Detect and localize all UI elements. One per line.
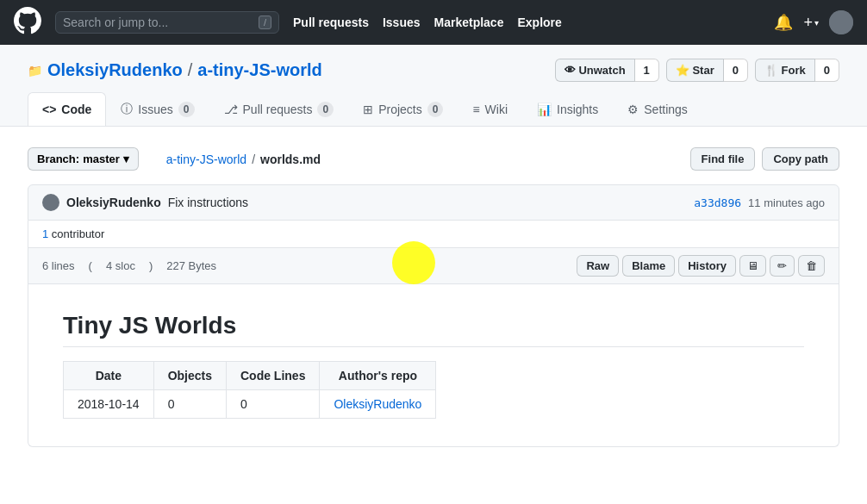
avatar[interactable] — [829, 10, 853, 34]
history-button[interactable]: History — [678, 255, 736, 277]
top-navigation: / Pull requests Issues Marketplace Explo… — [0, 0, 867, 45]
blame-button[interactable]: Blame — [622, 255, 675, 277]
copy-path-button[interactable]: Copy path — [762, 147, 839, 171]
fork-button[interactable]: 🍴 Fork — [755, 59, 815, 82]
commit-author-link[interactable]: OleksiyRudenko — [66, 196, 161, 209]
nav-icons: 🔔 + ▾ — [774, 10, 853, 34]
tab-pull-requests[interactable]: ⎇ Pull requests 0 — [209, 92, 349, 126]
tab-settings[interactable]: ⚙ Settings — [613, 92, 702, 126]
tab-code[interactable]: <> Code — [28, 92, 106, 126]
file-sloc: 4 sloc — [106, 259, 135, 272]
find-file-button[interactable]: Find file — [690, 147, 756, 171]
issues-tab-badge: 0 — [178, 102, 195, 117]
desktop-icon-button[interactable]: 🖥 — [739, 255, 766, 277]
branch-selector[interactable]: Branch: master ▾ — [28, 147, 139, 171]
github-logo[interactable] — [14, 7, 41, 39]
commit-time: 11 minutes ago — [748, 196, 825, 209]
file-content: Tiny JS Worlds Date Objects Code Lines A… — [28, 284, 839, 447]
tab-wiki[interactable]: ≡ Wiki — [458, 92, 522, 126]
watch-count: 1 — [635, 59, 659, 82]
settings-tab-icon: ⚙ — [627, 103, 639, 116]
col-header-code-lines: Code Lines — [226, 362, 319, 390]
col-header-author-repo: Author's repo — [320, 362, 436, 390]
star-button[interactable]: ⭐ Star — [666, 59, 724, 82]
breadcrumb-repo-link[interactable]: a-tiny-JS-world — [166, 152, 246, 166]
issues-tab-label: Issues — [138, 103, 172, 116]
pr-tab-badge: 0 — [317, 102, 334, 117]
wiki-tab-label: Wiki — [485, 103, 508, 116]
settings-tab-label: Settings — [644, 103, 688, 116]
commit-message: Fix instructions — [168, 196, 248, 209]
contributor-label-text: contributor — [52, 227, 104, 240]
cell-date: 2018-10-14 — [64, 390, 154, 419]
file-sloc-paren: ( — [89, 259, 92, 272]
fork-count: 0 — [815, 59, 839, 82]
file-stats-bar: 6 lines (4 sloc) 227 Bytes Raw Blame His… — [28, 248, 839, 284]
branch-label: Branch: — [37, 152, 79, 165]
file-stats: 6 lines (4 sloc) 227 Bytes — [42, 259, 216, 272]
star-count: 0 — [724, 59, 748, 82]
edit-icon-button[interactable]: ✏ — [770, 255, 795, 277]
raw-button[interactable]: Raw — [577, 255, 619, 277]
nav-issues[interactable]: Issues — [383, 16, 421, 29]
repo-icon: 📁 — [28, 64, 42, 78]
pr-tab-icon: ⎇ — [224, 103, 238, 116]
repo-tabs: <> Code ⓘ Issues 0 ⎇ Pull requests 0 ⊞ P… — [28, 92, 839, 126]
file-breadcrumb: a-tiny-JS-world / worlds.md — [166, 152, 321, 166]
bell-icon: 🔔 — [774, 13, 793, 32]
pr-tab-label: Pull requests — [243, 103, 313, 116]
plus-dropdown-arrow: ▾ — [814, 18, 819, 28]
wiki-tab-icon: ≡ — [472, 103, 479, 116]
repo-separator: / — [188, 60, 193, 80]
table-row: 2018-10-14 0 0 OleksiyRudenko — [64, 390, 436, 419]
repo-owner-link[interactable]: OleksiyRudenko — [47, 60, 183, 80]
projects-tab-icon: ⊞ — [363, 103, 373, 116]
issues-tab-icon: ⓘ — [121, 102, 133, 117]
tab-insights[interactable]: 📊 Insights — [522, 92, 613, 126]
branch-name: master — [83, 152, 120, 165]
file-lines: 6 lines — [42, 259, 75, 272]
commit-meta: a33d896 11 minutes ago — [694, 196, 825, 209]
commit-bar: OleksiyRudenko Fix instructions a33d896 … — [28, 184, 839, 221]
col-header-date: Date — [64, 362, 154, 390]
search-box[interactable]: / — [55, 11, 279, 34]
cell-objects: 0 — [153, 390, 226, 419]
search-input[interactable] — [63, 16, 252, 29]
watch-button[interactable]: 👁 Unwatch — [555, 59, 635, 82]
code-tab-label: Code — [61, 103, 91, 116]
create-new-button[interactable]: + ▾ — [803, 14, 819, 32]
cell-code-lines: 0 — [226, 390, 319, 419]
notifications-button[interactable]: 🔔 — [774, 13, 793, 32]
nav-pull-requests[interactable]: Pull requests — [293, 16, 369, 29]
delete-icon-button[interactable]: 🗑 — [798, 255, 825, 277]
commit-avatar — [42, 194, 59, 211]
fork-btn-group: 🍴 Fork 0 — [755, 59, 839, 82]
repo-name-link[interactable]: a-tiny-JS-world — [197, 60, 321, 80]
tab-projects[interactable]: ⊞ Projects 0 — [348, 92, 458, 126]
author-repo-link[interactable]: OleksiyRudenko — [334, 397, 421, 411]
nav-marketplace[interactable]: Marketplace — [434, 16, 504, 29]
file-buttons: Raw Blame History 🖥 ✏ 🗑 — [577, 255, 825, 277]
branch-arrow: ▾ — [123, 152, 129, 165]
cell-author-repo: OleksiyRudenko — [320, 390, 436, 419]
content-table: Date Objects Code Lines Author's repo 20… — [63, 361, 436, 419]
repo-title-row: 📁 OleksiyRudenko / a-tiny-JS-world 👁 Unw… — [28, 59, 839, 82]
insights-tab-icon: 📊 — [537, 103, 552, 116]
repo-header: 📁 OleksiyRudenko / a-tiny-JS-world 👁 Unw… — [0, 45, 867, 127]
table-header-row: Date Objects Code Lines Author's repo — [64, 362, 436, 390]
watch-btn-group: 👁 Unwatch 1 — [555, 59, 659, 82]
plus-icon: + — [803, 14, 813, 32]
tab-issues[interactable]: ⓘ Issues 0 — [106, 92, 209, 126]
file-content-title: Tiny JS Worlds — [63, 312, 804, 347]
insights-tab-label: Insights — [557, 103, 598, 116]
contributor-bar: 1 contributor — [28, 221, 839, 248]
breadcrumb: 📁 OleksiyRudenko / a-tiny-JS-world — [28, 60, 322, 80]
commit-info: OleksiyRudenko Fix instructions — [42, 194, 248, 211]
slash-key-badge: / — [259, 16, 271, 29]
nav-explore[interactable]: Explore — [517, 16, 561, 29]
file-size: 227 Bytes — [166, 259, 216, 272]
commit-sha-link[interactable]: a33d896 — [694, 196, 741, 209]
nav-links: Pull requests Issues Marketplace Explore — [293, 16, 562, 29]
contributor-count-link[interactable]: 1 — [42, 227, 48, 240]
projects-tab-label: Projects — [378, 103, 422, 116]
